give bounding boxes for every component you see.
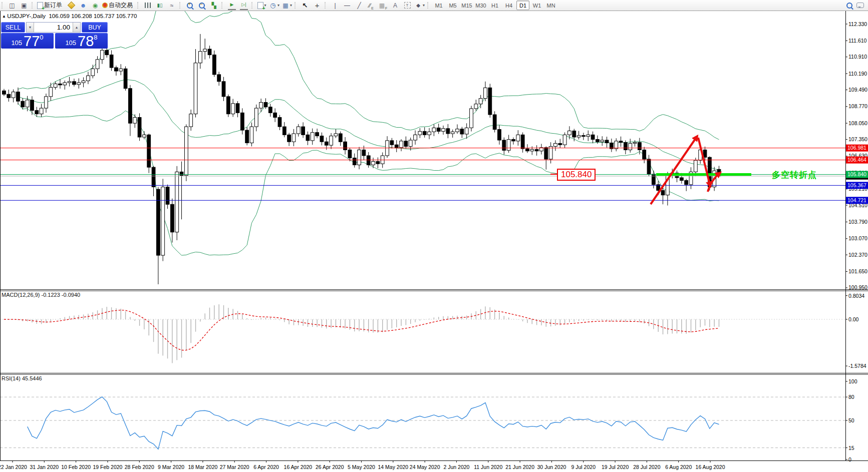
indicators-button[interactable]: +▾ — [256, 1, 268, 11]
line-chart-button[interactable]: ≈ — [166, 1, 178, 11]
volume-decrease-button[interactable]: ▼ — [27, 23, 34, 32]
tf-m30-button[interactable]: M30 — [474, 1, 487, 10]
buy-button[interactable]: BUY — [82, 22, 108, 33]
chart-shift-button[interactable]: ▷| — [238, 1, 250, 11]
svg-text:0.00: 0.00 — [848, 316, 859, 322]
tf-m1-button[interactable]: M1 — [432, 1, 445, 10]
toolbar-grip — [179, 2, 182, 9]
svg-text:18 Mar 2020: 18 Mar 2020 — [188, 464, 217, 470]
market-watch-button[interactable] — [65, 1, 77, 11]
crosshair-icon: + — [313, 2, 321, 9]
zoom-in-button[interactable]: + — [184, 1, 196, 11]
price-annotation-box[interactable]: 105.840 — [557, 169, 596, 181]
vertical-line-button[interactable]: | — [329, 1, 341, 11]
chat-icon — [856, 3, 864, 8]
tf-w1-button[interactable]: W1 — [530, 1, 543, 10]
svg-text:6 Apr 2020: 6 Apr 2020 — [253, 464, 279, 470]
pivot-note-text[interactable]: 多空转折点 — [772, 169, 817, 181]
arrows-icon: ◆ — [414, 2, 422, 9]
cursor-icon: ↖ — [301, 2, 309, 9]
volume-value[interactable]: 1.00 — [34, 23, 73, 32]
text-label-icon: T — [404, 2, 411, 9]
cursor-button[interactable]: ↖ — [299, 1, 311, 11]
svg-text:19 Feb 2020: 19 Feb 2020 — [93, 464, 122, 470]
templates-button[interactable]: ▦▾ — [280, 1, 293, 11]
vertical-line-icon: | — [331, 2, 339, 9]
crosshair-button[interactable]: + — [311, 1, 323, 11]
tile-windows-button[interactable]: ▚ — [208, 1, 220, 11]
zoom-out-button[interactable]: − — [196, 1, 208, 11]
svg-text:10 Feb 2020: 10 Feb 2020 — [61, 464, 91, 470]
toolbar-grip — [221, 2, 224, 9]
chevron-down-icon: ▾ — [423, 3, 425, 8]
svg-text:104.721: 104.721 — [847, 197, 866, 203]
svg-text:112.330: 112.330 — [848, 21, 867, 27]
svg-text:108.050: 108.050 — [848, 120, 867, 126]
new-order-label: 新订单 — [44, 1, 62, 10]
buy-price[interactable]: 105 78 8 — [55, 33, 108, 49]
indicators-icon: + — [257, 2, 263, 9]
auto-scroll-button[interactable]: ▶ — [226, 1, 238, 11]
zoom-out-icon: − — [199, 3, 205, 9]
tf-mn-button[interactable]: MN — [544, 1, 557, 10]
pitchfork-button[interactable]: ∕∕E — [365, 1, 377, 11]
svg-text:16 Aug 2020: 16 Aug 2020 — [696, 464, 725, 470]
zoom-in-icon: + — [187, 3, 193, 9]
text-label-button[interactable]: T — [401, 1, 413, 11]
trendline-button[interactable]: ╱ — [353, 1, 365, 11]
tf-d1-button[interactable]: D1 — [516, 1, 529, 10]
toolbar-grip — [137, 2, 140, 9]
svg-text:107.350: 107.350 — [848, 136, 867, 142]
svg-text:0: 0 — [848, 456, 851, 462]
tf-h1-button[interactable]: H1 — [488, 1, 501, 10]
periods-button[interactable]: ◷▾ — [268, 1, 280, 11]
sell-price[interactable]: 105 77 0 — [1, 33, 54, 49]
svg-text:111.610: 111.610 — [848, 38, 867, 44]
sell-price-pips: 0 — [40, 34, 43, 41]
fibonacci-sub-label: F — [385, 7, 387, 10]
toolbar-grip — [325, 2, 327, 9]
toolbar-grip — [295, 2, 297, 9]
mt4-window: ◫ ▣ + 新订单 ☻ ◉ 自动交易 ▮▯ ≈ + − ▚ ▶ ▷| +▾ ◷▾… — [0, 0, 868, 472]
fibonacci-button[interactable]: ▦F — [377, 1, 389, 11]
svg-text:30 Jun 2020: 30 Jun 2020 — [537, 464, 566, 470]
templates-icon: ▦ — [281, 2, 290, 9]
data-window-icon: ☻ — [79, 2, 87, 9]
svg-text:24 May 2020: 24 May 2020 — [410, 464, 440, 470]
svg-text:15: 15 — [848, 445, 854, 451]
svg-text:105.840: 105.840 — [847, 171, 866, 177]
svg-text:80: 80 — [848, 394, 854, 400]
macd-indicator-label: MACD(12,26,9) -0.1223 -0.0940 — [2, 292, 80, 298]
profiles-button[interactable]: ▣ — [18, 1, 30, 11]
svg-text:9 Jul 2020: 9 Jul 2020 — [571, 464, 596, 470]
bar-chart-button[interactable] — [142, 1, 154, 11]
chevron-down-icon: ▾ — [290, 3, 292, 8]
search-button[interactable] — [843, 1, 855, 11]
sell-button[interactable]: SELL — [1, 22, 25, 33]
data-window-button[interactable]: ☻ — [77, 1, 89, 11]
collapse-arrow-icon: ▲ — [2, 14, 7, 19]
volume-stepper[interactable]: ▼ 1.00 ▲ — [26, 22, 81, 33]
price-chart[interactable]: 112.330111.610110.910110.190109.490108.7… — [0, 11, 868, 472]
svg-text:103.070: 103.070 — [848, 235, 867, 241]
pitchfork-sub-label: E — [371, 7, 374, 10]
chat-button[interactable] — [855, 1, 868, 11]
autotrade-button[interactable]: 自动交易 — [101, 1, 136, 11]
candlestick-chart-button[interactable]: ▮▯ — [154, 1, 166, 11]
new-order-button[interactable]: + 新订单 — [36, 1, 65, 11]
volume-increase-button[interactable]: ▲ — [73, 23, 80, 32]
periods-clock-icon: ◷ — [269, 2, 277, 9]
text-icon: A — [391, 2, 399, 9]
svg-text:109.490: 109.490 — [848, 87, 867, 93]
arrows-button[interactable]: ◆▾ — [413, 1, 426, 11]
signals-button[interactable]: ◉ — [89, 1, 101, 11]
text-button[interactable]: A — [389, 1, 401, 11]
svg-text:100: 100 — [848, 378, 857, 384]
tf-m15-button[interactable]: M15 — [460, 1, 473, 10]
tf-h4-button[interactable]: H4 — [502, 1, 515, 10]
svg-text:31 Jan 2020: 31 Jan 2020 — [30, 464, 59, 470]
horizontal-line-button[interactable]: — — [341, 1, 353, 11]
tf-m5-button[interactable]: M5 — [446, 1, 459, 10]
new-chart-button[interactable]: ◫ — [6, 1, 18, 11]
buy-price-handle: 105 — [65, 39, 76, 47]
